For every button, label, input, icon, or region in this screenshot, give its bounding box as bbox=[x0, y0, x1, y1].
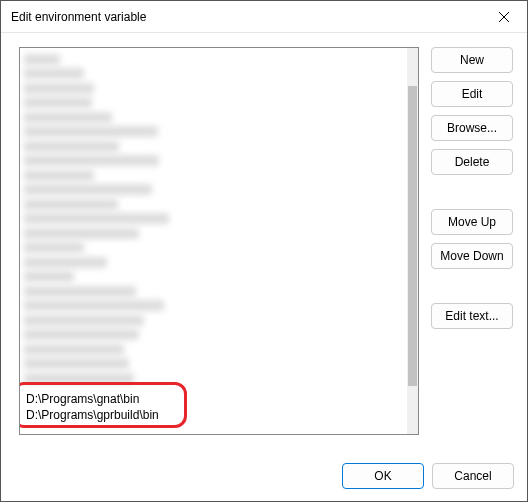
list-item-blurred bbox=[24, 315, 144, 326]
list-item-blurred bbox=[24, 170, 94, 181]
titlebar: Edit environment variable bbox=[1, 1, 527, 33]
list-item[interactable]: D:\Programs\gnat\bin bbox=[24, 391, 402, 407]
move-up-button[interactable]: Move Up bbox=[431, 209, 513, 235]
delete-button[interactable]: Delete bbox=[431, 149, 513, 175]
close-button[interactable] bbox=[481, 1, 527, 33]
browse-button[interactable]: Browse... bbox=[431, 115, 513, 141]
new-button[interactable]: New bbox=[431, 47, 513, 73]
path-list[interactable]: D:\Programs\gnat\binD:\Programs\gprbuild… bbox=[19, 47, 419, 435]
scrollbar[interactable] bbox=[407, 48, 418, 434]
list-item-blurred bbox=[24, 228, 139, 239]
blurred-entries bbox=[20, 48, 406, 389]
close-icon bbox=[499, 12, 509, 22]
list-item-blurred bbox=[24, 213, 169, 224]
button-column: New Edit Browse... Delete Move Up Move D… bbox=[431, 47, 513, 435]
list-item-blurred bbox=[24, 257, 107, 268]
list-item-blurred bbox=[24, 300, 164, 311]
list-item-blurred bbox=[24, 199, 118, 210]
list-item-blurred bbox=[24, 54, 60, 65]
visible-entries: D:\Programs\gnat\binD:\Programs\gprbuild… bbox=[20, 389, 406, 425]
list-item-blurred bbox=[24, 271, 74, 282]
list-item-blurred bbox=[24, 141, 119, 152]
move-down-button[interactable]: Move Down bbox=[431, 243, 513, 269]
list-item-blurred bbox=[24, 97, 92, 108]
list-item-blurred bbox=[24, 112, 112, 123]
footer: OK Cancel bbox=[0, 450, 528, 502]
list-item-blurred bbox=[24, 242, 84, 253]
list-item-blurred bbox=[24, 68, 84, 79]
window-title: Edit environment variable bbox=[11, 10, 146, 24]
content-area: D:\Programs\gnat\binD:\Programs\gprbuild… bbox=[1, 33, 527, 449]
ok-button[interactable]: OK bbox=[342, 463, 424, 489]
edit-text-button[interactable]: Edit text... bbox=[431, 303, 513, 329]
edit-button[interactable]: Edit bbox=[431, 81, 513, 107]
list-item-blurred bbox=[24, 184, 152, 195]
list-item-blurred bbox=[24, 83, 94, 94]
scrollbar-thumb[interactable] bbox=[408, 86, 417, 386]
list-item-blurred bbox=[24, 126, 158, 137]
list-item[interactable]: D:\Programs\gprbuild\bin bbox=[24, 407, 402, 423]
list-item-blurred bbox=[24, 329, 139, 340]
list-item-blurred bbox=[24, 286, 136, 297]
cancel-button[interactable]: Cancel bbox=[432, 463, 514, 489]
list-item-blurred bbox=[24, 155, 159, 166]
list-item-blurred bbox=[24, 344, 124, 355]
list-item-blurred bbox=[24, 373, 134, 384]
list-item-blurred bbox=[24, 358, 129, 369]
